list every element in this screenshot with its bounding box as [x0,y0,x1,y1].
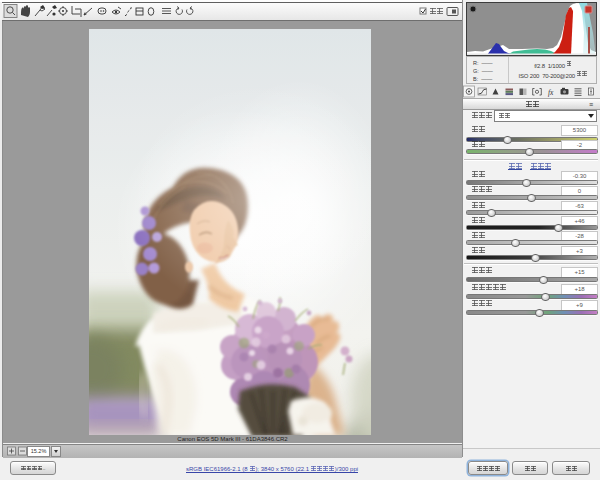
svg-text:fx: fx [548,88,554,97]
